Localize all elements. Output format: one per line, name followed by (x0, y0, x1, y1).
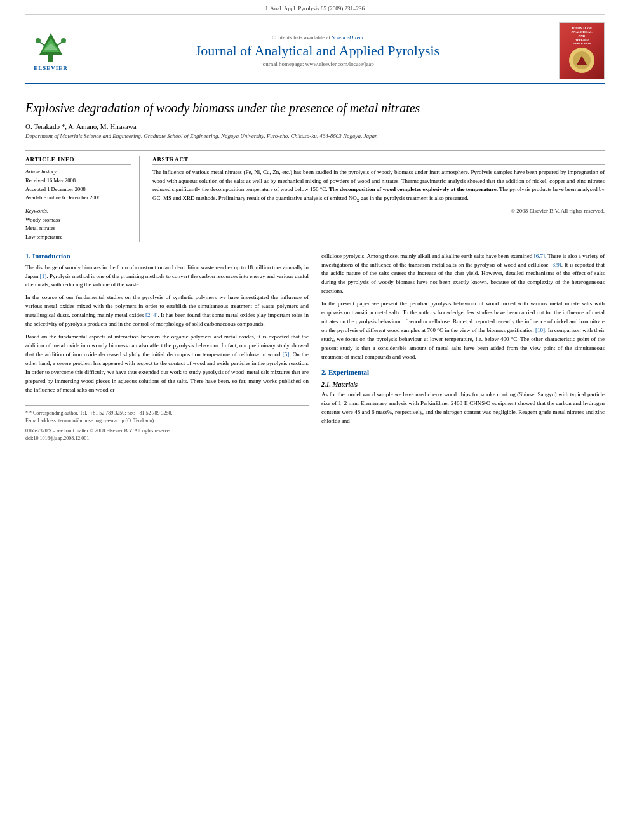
journal-title-area: Contents lists available at ScienceDirec… (76, 34, 559, 67)
section2-subheading: 2.1. Materials (321, 381, 605, 388)
ref-5: [5] (283, 351, 290, 357)
journal-main-title: Journal of Analytical and Applied Pyroly… (76, 43, 559, 59)
cover-circle (569, 48, 594, 73)
email-note: E-mail address: teramon@numse.nagoya-u.a… (25, 417, 309, 425)
section1-heading: 1. Introduction (25, 252, 309, 260)
ref-8-9: [8,9] (550, 262, 561, 268)
intro-para3: Based on the fundamental aspects of inte… (25, 333, 309, 395)
cover-triangle-icon (577, 56, 587, 65)
article-title: Explosive degradation of woody biomass u… (25, 100, 605, 116)
keyword-2: Metal nitrates (25, 224, 131, 233)
journal-header: ELSEVIER Contents lists available at Sci… (25, 18, 605, 84)
article-affiliation: Department of Materials Science and Engi… (25, 133, 605, 139)
cover-inner-circle (573, 51, 591, 69)
journal-meta-top: J. Anal. Appl. Pyrolysis 85 (2009) 231–2… (25, 0, 605, 15)
section2-heading: 2. Experimental (321, 368, 605, 376)
abstract-panel: ABSTRACT The influence of various metal … (152, 156, 605, 242)
article-info-row: ARTICLE INFO Article history: Received 1… (25, 150, 605, 242)
right-column: cellulose pyrolysis. Among those, mainly… (321, 252, 605, 443)
present-paper-para: In the present paper we present the pecu… (321, 300, 605, 362)
abstract-text: The influence of various metal nitrates … (152, 168, 605, 204)
journal-cover-image: JOURNAL OFANALYTICALANDAPPLIEDPYROLYSIS (559, 22, 605, 79)
left-column: 1. Introduction The discharge of woody b… (25, 252, 309, 443)
article-info-panel: ARTICLE INFO Article history: Received 1… (25, 156, 140, 242)
contents-line: Contents lists available at ScienceDirec… (76, 34, 559, 41)
accepted-date: Accepted 1 December 2008 (25, 185, 131, 194)
history-label: Article history: (25, 168, 131, 175)
intro-para2: In the course of our fundamental studies… (25, 293, 309, 329)
elsevier-tree-icon (32, 30, 70, 63)
doi-line: doi:10.1016/j.jaap.2008.12.001 (25, 435, 309, 443)
page-footer: * * Corresponding author. Tel.: +81 52 7… (25, 405, 309, 443)
elsevier-label: ELSEVIER (34, 65, 68, 71)
article-dates: Received 16 May 2008 Accepted 1 December… (25, 177, 131, 203)
ref-2-4: [2–4] (145, 312, 158, 318)
received-date: Received 16 May 2008 (25, 177, 131, 185)
article-authors: O. Terakado *, A. Amano, M. Hirasawa (25, 123, 605, 130)
ref-6-7: [6,7] (534, 253, 545, 259)
corresponding-author-note: * * Corresponding author. Tel.: +81 52 7… (25, 410, 309, 417)
abstract-title: ABSTRACT (152, 156, 605, 165)
keywords-list: Woody biomass Metal nitrates Low tempera… (25, 216, 131, 242)
cellulose-pyrolysis-para: cellulose pyrolysis. Among those, mainly… (321, 252, 605, 297)
ref-1: [1] (40, 273, 47, 279)
main-content: 1. Introduction The discharge of woody b… (25, 252, 605, 443)
cover-text: JOURNAL OFANALYTICALANDAPPLIEDPYROLYSIS (571, 27, 592, 46)
svg-point-5 (36, 38, 41, 43)
keyword-3: Low temperature (25, 233, 131, 242)
available-date: Available online 6 December 2008 (25, 194, 131, 203)
svg-line-6 (56, 42, 62, 46)
materials-para1: As for the model wood sample we have use… (321, 390, 605, 426)
svg-point-7 (61, 38, 66, 43)
svg-rect-0 (48, 55, 53, 62)
intro-para1: The discharge of woody biomass in the fo… (25, 263, 309, 290)
journal-homepage: journal homepage: www.elsevier.com/locat… (76, 61, 559, 67)
keyword-1: Woody biomass (25, 216, 131, 225)
elsevier-logo: ELSEVIER (25, 30, 76, 71)
abstract-bold-sentence: The decomposition of wood completes expl… (329, 186, 498, 192)
ref-10: [10] (535, 327, 545, 333)
svg-line-4 (39, 42, 46, 46)
journal-citation: J. Anal. Appl. Pyrolysis 85 (2009) 231–2… (265, 5, 365, 11)
copyright-line: © 2008 Elsevier B.V. All rights reserved… (152, 208, 605, 214)
sciencedirect-link[interactable]: ScienceDirect (332, 34, 363, 41)
issn-line: 0165-2370/$ – see front matter © 2008 El… (25, 427, 309, 435)
keywords-label: Keywords: (25, 208, 131, 214)
article-title-section: Explosive degradation of woody biomass u… (25, 88, 605, 150)
article-info-title: ARTICLE INFO (25, 156, 131, 165)
